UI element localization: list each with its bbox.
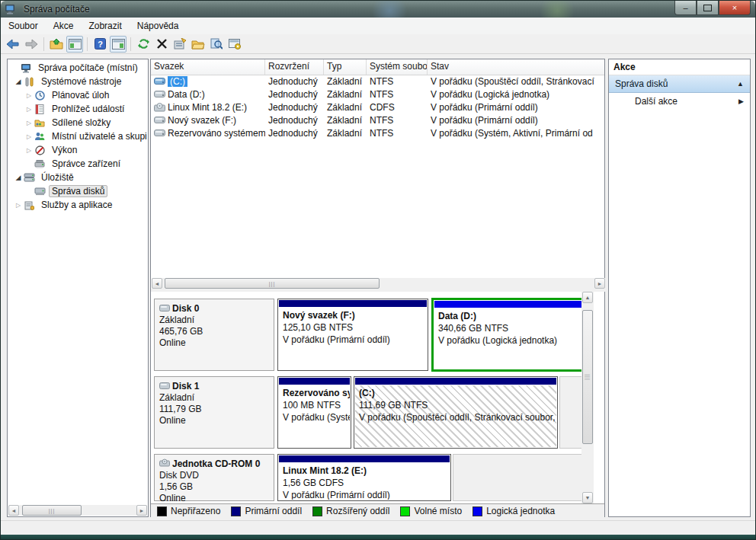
collapsed-icon[interactable]: ▷ <box>24 120 34 126</box>
volume-row-data-d[interactable]: Data (D:) Jednoduchý Základní NTFS V poř… <box>151 88 604 101</box>
collapsed-icon[interactable]: ▷ <box>14 202 23 209</box>
volume-row-linux-mint-e[interactable]: Linux Mint 18.2 (E:) Jednoduchý Základní… <box>151 101 604 113</box>
event-viewer-icon <box>34 104 46 114</box>
partition-type-bar <box>279 455 450 462</box>
collapse-icon[interactable]: ▲ <box>737 80 744 88</box>
disk1-label[interactable]: Disk 1 Základní 111,79 GB Online <box>154 376 274 449</box>
tree-item-services-apps[interactable]: ▷ Služby a aplikace <box>8 198 148 212</box>
volume-list-horizontal-scrollbar[interactable]: ◄ ► ||| <box>152 278 605 289</box>
scroll-down-icon[interactable]: ▼ <box>582 492 593 503</box>
expanded-icon[interactable]: ◢ <box>14 174 23 181</box>
export-icon[interactable] <box>226 36 243 53</box>
drive-icon <box>154 117 166 123</box>
forward-icon[interactable] <box>23 36 40 53</box>
tree-item-shared-folders[interactable]: ▷ Sdílené složky <box>8 116 148 129</box>
expanded-icon[interactable]: ◢ <box>14 78 23 85</box>
partition-rezervovano[interactable]: Rezervováno sy 100 MB NTFS V pořádku (Sy… <box>277 376 351 449</box>
column-stav[interactable]: Stav <box>428 59 604 75</box>
collapsed-icon[interactable]: ▷ <box>24 147 34 154</box>
scroll-thumb[interactable]: ||| <box>165 278 380 289</box>
tree-item-disk-management[interactable]: Správa disků <box>8 184 148 198</box>
partition-novy-svazek-f[interactable]: Nový svazek (F:) 125,10 GB NTFS V pořádk… <box>277 299 428 371</box>
computer-icon <box>20 62 32 73</box>
volume-row-novy-svazek-f[interactable]: Nový svazek (F:) Jednoduchý Základní NTF… <box>151 113 604 126</box>
collapsed-icon[interactable]: ▷ <box>24 92 34 99</box>
tree-item-event-viewer[interactable]: ▷ Prohlížeč událostí <box>8 102 148 116</box>
glass-reflection <box>367 1 412 18</box>
actions-pane: Akce Správa disků ▲ Další akce ▶ <box>608 59 751 517</box>
scroll-left-icon[interactable]: ◄ <box>152 278 162 289</box>
back-icon[interactable] <box>5 36 21 53</box>
disk-icon <box>159 303 170 315</box>
menu-akce[interactable]: Akce <box>46 19 82 33</box>
disk0-row: Disk 0 Základní 465,76 GB Online Nový sv… <box>154 299 592 371</box>
tree-item-computer-management[interactable]: Správa počítače (místní) <box>8 61 148 75</box>
disk0-label[interactable]: Disk 0 Základní 465,76 GB Online <box>154 299 274 371</box>
tree-item-system-tools[interactable]: ◢ Systémové nástroje <box>8 75 148 88</box>
console-tree-icon[interactable] <box>66 36 83 53</box>
volume-row-rezervovano[interactable]: Rezervováno systémem Jednoduchý Základní… <box>151 126 604 139</box>
partition-type-bar <box>279 300 427 307</box>
scroll-thumb[interactable]: ||| <box>582 310 593 444</box>
action-pane-icon[interactable] <box>110 36 127 53</box>
delete-icon[interactable] <box>153 36 170 53</box>
graphical-disk-view: Disk 0 Základní 465,76 GB Online Nový sv… <box>151 292 594 503</box>
column-system-souboru[interactable]: Systém souborů <box>367 59 428 75</box>
volume-table: (C:) Jednoduchý Základní NTFS V pořádku … <box>151 75 604 139</box>
menu-zobrazit[interactable]: Zobrazit <box>81 19 129 33</box>
svg-text:?: ? <box>98 40 103 49</box>
cdrom0-label[interactable]: Jednotka CD-ROM 0 Disk DVD 1,56 GB Onlin… <box>154 454 274 501</box>
title-bar[interactable]: Správa počítače – × <box>1 1 755 18</box>
up-folder-icon[interactable] <box>48 36 65 53</box>
scroll-up-icon[interactable]: ▲ <box>582 292 593 303</box>
volume-row-c[interactable]: (C:) Jednoduchý Základní NTFS V pořádku … <box>151 75 604 88</box>
menu-soubor[interactable]: Soubor <box>1 19 46 33</box>
cd-drive-icon <box>154 103 166 112</box>
tree-horizontal-scrollbar[interactable]: ◄ ► ||| <box>8 505 147 516</box>
menu-bar: Soubor Akce Zobrazit Nápověda <box>1 18 755 35</box>
open-folder-icon[interactable] <box>190 36 207 53</box>
scroll-right-icon[interactable]: ► <box>594 278 605 289</box>
collapsed-icon[interactable]: ▷ <box>24 106 34 113</box>
scroll-left-icon[interactable]: ◄ <box>8 505 19 516</box>
scroll-thumb[interactable]: ||| <box>22 505 82 516</box>
partition-data-d[interactable]: Data (D:) 340,66 GB NTFS V pořádku (Logi… <box>431 298 591 372</box>
help-icon[interactable]: ? <box>91 36 108 53</box>
collapsed-icon[interactable]: ▷ <box>24 133 34 140</box>
tree-item-task-scheduler[interactable]: ▷ Plánovač úloh <box>8 88 148 102</box>
scroll-right-icon[interactable]: ► <box>136 505 147 516</box>
toolbar-separator <box>43 37 44 51</box>
actions-more-actions[interactable]: Další akce ▶ <box>609 93 750 110</box>
cdrom0-empty-space <box>453 454 592 501</box>
partition-linux-mint-e[interactable]: Linux Mint 18.2 (E:) 1,56 GB CDFS V pořá… <box>277 454 451 501</box>
display-icon[interactable] <box>208 36 225 53</box>
menu-napoveda[interactable]: Nápověda <box>130 19 187 33</box>
refresh-icon[interactable] <box>135 36 152 53</box>
toolbar-separator <box>130 37 131 51</box>
toolbar: ? <box>1 34 755 54</box>
actions-group-disk-management[interactable]: Správa disků ▲ <box>609 75 750 93</box>
column-svazek[interactable]: Svazek <box>151 59 265 75</box>
legend-unallocated-swatch <box>157 506 167 516</box>
drive-icon <box>154 78 166 85</box>
close-button[interactable]: × <box>719 1 751 15</box>
glass-reflection <box>534 1 580 18</box>
column-typ[interactable]: Typ <box>324 59 367 75</box>
column-rozvrzeni[interactable]: Rozvržení <box>265 59 324 75</box>
desktop-edge <box>1 535 755 540</box>
partition-type-bar <box>279 378 350 385</box>
volume-table-header: Svazek Rozvržení Typ Systém souborů Stav <box>151 59 604 75</box>
tree-item-device-manager[interactable]: Správce zařízení <box>8 157 148 171</box>
maximize-button[interactable] <box>697 1 719 15</box>
tree-item-performance[interactable]: ▷ Výkon <box>8 143 148 157</box>
local-users-icon <box>34 131 46 142</box>
status-bar <box>1 520 755 535</box>
minimize-button[interactable]: – <box>674 1 697 15</box>
partition-c-selected[interactable]: (C:) 111,69 GB NTFS V pořádku (Spouštěcí… <box>354 376 558 449</box>
tree-item-local-users-groups[interactable]: ▷ Místní uživatelé a skupi <box>8 129 148 143</box>
disk-view-vertical-scrollbar[interactable]: ▲ ▼ ||| <box>581 292 594 503</box>
toolbar-separator <box>87 37 88 51</box>
submenu-arrow-icon: ▶ <box>738 97 744 105</box>
properties-icon[interactable] <box>171 36 188 53</box>
tree-item-storage[interactable]: ◢ Úložiště <box>8 171 148 184</box>
